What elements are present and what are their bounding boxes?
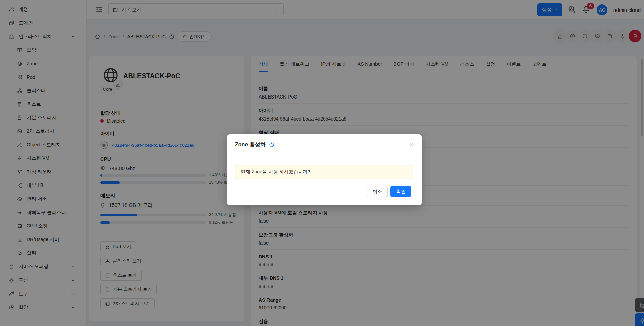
cancel-button[interactable]: 취소 <box>367 186 388 197</box>
help-icon[interactable] <box>269 142 274 147</box>
confirm-message: 현재 Zone을 사용 하시겠습니까? <box>235 165 413 179</box>
close-icon[interactable] <box>407 140 416 149</box>
confirm-button[interactable]: 확인 <box>390 186 411 197</box>
zone-activate-modal: Zone 활성화 현재 Zone을 사용 하시겠습니까? 취소 확인 <box>227 134 422 205</box>
modal-title: Zone 활성화 <box>235 141 266 148</box>
